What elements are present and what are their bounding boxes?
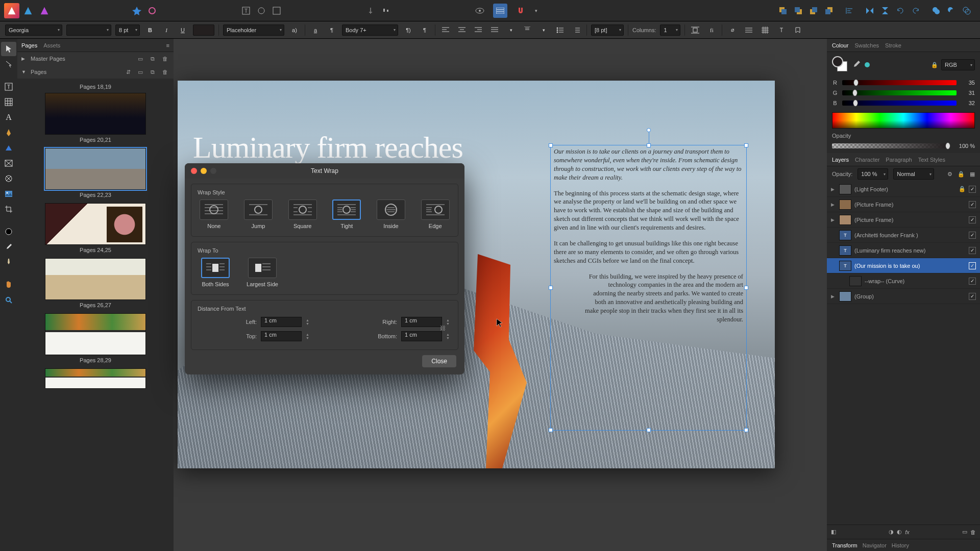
facing-pages-icon[interactable]: ⇵ <box>124 68 133 76</box>
baseline-icon[interactable] <box>379 4 393 18</box>
preview-mode-icon[interactable] <box>473 4 487 18</box>
opacity-slider[interactable] <box>832 143 948 148</box>
layers-list[interactable]: ▶(Light Footer)🔒✓ ▶(Picture Frame)✓ ▶(Pi… <box>827 182 980 524</box>
magnet-icon[interactable] <box>513 4 528 18</box>
move-backward-icon[interactable] <box>791 4 805 18</box>
text-wrap-icon[interactable] <box>689 24 701 36</box>
adjustment-icon[interactable]: ◐ <box>897 529 902 535</box>
stepper-icon[interactable]: ▲▼ <box>306 333 309 340</box>
photo-persona-icon[interactable] <box>20 3 36 18</box>
visibility-check[interactable]: ✓ <box>969 278 976 285</box>
layer-row[interactable]: ▶(Group)✓ <box>827 289 980 304</box>
wrap-style-none[interactable] <box>200 199 228 220</box>
r-value[interactable]: 35 <box>961 80 975 86</box>
lock-icon[interactable]: 🔒 <box>931 62 938 68</box>
picture-frame-tool[interactable] <box>1 156 16 170</box>
tab-stroke[interactable]: Stroke <box>885 42 901 48</box>
layer-row[interactable]: T(Luminary firm reaches new)✓ <box>827 243 980 258</box>
visibility-check[interactable]: ✓ <box>969 201 976 208</box>
tab-paragraph-panel[interactable]: Paragraph <box>886 157 912 163</box>
show-baseline-icon[interactable] <box>759 24 771 36</box>
dist-left-field[interactable]: 1 cm <box>261 317 302 327</box>
split-vert-icon[interactable] <box>493 4 507 18</box>
close-button[interactable]: Close <box>422 355 456 367</box>
hand-tool[interactable] <box>1 278 16 292</box>
add-layer-icon[interactable]: ▭ <box>962 529 967 535</box>
hue-spectrum[interactable] <box>832 112 975 129</box>
visibility-check[interactable]: ✓ <box>969 232 976 239</box>
bold-button[interactable]: B <box>144 24 156 36</box>
layer-row[interactable]: ▶(Picture Frame)✓ <box>827 197 980 212</box>
layer-menu-icon[interactable]: ▦ <box>970 171 975 178</box>
stepper-icon[interactable]: ▲▼ <box>446 333 450 340</box>
paragraph-style-dropdown[interactable]: Body 7+ <box>342 24 398 36</box>
tab-swatches[interactable]: Swatches <box>854 42 879 48</box>
ellipse-frame-icon[interactable] <box>254 4 268 18</box>
layer-row[interactable]: ▶(Light Footer)🔒✓ <box>827 182 980 197</box>
table-tool[interactable] <box>1 95 16 109</box>
fill-tool[interactable] <box>1 224 16 239</box>
tab-pages[interactable]: Pages <box>21 42 37 48</box>
char-style-add-icon[interactable]: a) <box>288 24 301 36</box>
page-thumb-22-23[interactable] <box>45 148 146 190</box>
flip-v-icon[interactable] <box>878 4 892 18</box>
del-master-icon[interactable]: 🗑 <box>160 55 169 63</box>
stepper-icon[interactable]: ▲▼ <box>306 318 309 325</box>
visibility-check[interactable]: ✓ <box>969 186 976 193</box>
dist-top-field[interactable]: 1 cm <box>261 331 302 341</box>
layer-row[interactable]: ▶(Picture Frame)✓ <box>827 212 980 228</box>
wrap-style-tight[interactable] <box>332 199 361 220</box>
pilcrow-icon[interactable]: ¶ <box>419 24 431 36</box>
frame-body-text[interactable]: Our mission is to take our clients on a … <box>551 145 746 333</box>
selected-text-frame[interactable]: Our mission is to take our clients on a … <box>550 145 747 431</box>
layer-row-selected[interactable]: T(Our mission is to take ou)✓ <box>827 258 980 273</box>
add-master-icon[interactable]: ▭ <box>136 55 145 63</box>
delete-layer-icon[interactable]: 🗑 <box>970 529 976 535</box>
handle-tl[interactable] <box>549 143 553 147</box>
handle-tr[interactable] <box>744 143 748 147</box>
panel-menu-icon[interactable]: ≡ <box>166 42 169 48</box>
b-slider[interactable] <box>842 101 957 106</box>
ligature-icon[interactable]: fi <box>705 24 718 36</box>
tab-character[interactable]: Character <box>855 157 879 163</box>
handle-mt[interactable] <box>647 143 651 147</box>
tab-history[interactable]: History <box>892 542 909 548</box>
pen-tool[interactable] <box>1 126 16 140</box>
leading-field[interactable]: [8 pt] <box>591 24 624 36</box>
bool-add-icon[interactable] <box>929 4 943 18</box>
layer-opacity-field[interactable]: 100 % <box>857 168 888 180</box>
page-thumb-24-25[interactable] <box>45 203 146 245</box>
brush-tool[interactable] <box>1 255 16 269</box>
wrap-style-edge[interactable] <box>421 199 450 220</box>
align-center-btn[interactable] <box>456 24 468 36</box>
fill-stroke-selector[interactable] <box>832 56 849 73</box>
char-style-dropdown[interactable]: Placeholder <box>223 24 284 36</box>
add-page-icon[interactable]: ▭ <box>136 68 145 76</box>
page-thumb-next[interactable] <box>45 368 146 389</box>
font-weight-dropdown[interactable] <box>66 24 111 36</box>
g-value[interactable]: 31 <box>961 90 975 96</box>
rotate-cw-icon[interactable] <box>909 4 923 18</box>
lock-layer-icon[interactable]: 🔒 <box>958 171 965 178</box>
publisher-persona-icon[interactable] <box>37 3 52 18</box>
zoom-tool[interactable] <box>1 293 16 307</box>
designer-persona-icon[interactable] <box>4 3 19 18</box>
handle-bl[interactable] <box>549 428 553 432</box>
layer-row[interactable]: T(Architetti founder Frank )✓ <box>827 228 980 243</box>
dup-master-icon[interactable]: ⧉ <box>148 55 157 63</box>
dist-right-field[interactable]: 1 cm <box>401 317 442 327</box>
text-color-well[interactable] <box>193 24 214 36</box>
page-thumb-20-21[interactable] <box>45 93 146 135</box>
align-more-icon[interactable]: ▾ <box>505 24 517 36</box>
artistic-text-tool[interactable]: A <box>1 110 16 124</box>
show-special-icon[interactable]: ⌀ <box>726 24 739 36</box>
para-style-add-icon[interactable]: ¶) <box>402 24 414 36</box>
tab-transform[interactable]: Transform <box>832 542 857 548</box>
move-forward-icon[interactable] <box>806 4 821 18</box>
tab-colour[interactable]: Colour <box>832 42 848 48</box>
handle-br[interactable] <box>744 428 748 432</box>
visibility-check[interactable]: ✓ <box>969 247 976 254</box>
wrap-style-square[interactable] <box>288 199 317 220</box>
pages-thumbnail-list[interactable]: Pages 18,19 Pages 20,21 Pages 22,23 Page… <box>17 79 174 551</box>
dup-page-icon[interactable]: ⧉ <box>148 68 157 76</box>
